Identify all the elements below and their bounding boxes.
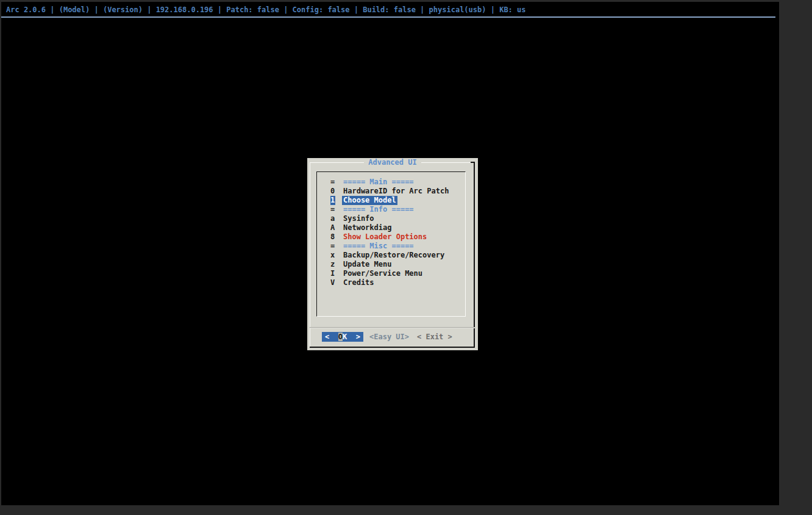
menu-item-key: 8 xyxy=(330,232,335,242)
menu-item-key: z xyxy=(330,260,335,269)
menu-list: ====== Main =====0HardwareID for Arc Pat… xyxy=(316,171,466,317)
menu-item-key: a xyxy=(330,214,335,223)
menu-item-label: Show Loader Options xyxy=(343,232,427,242)
menu-item-label: Update Menu xyxy=(343,260,391,269)
menu-item-key: x xyxy=(330,251,335,260)
ok-button-close-angle: > xyxy=(356,332,360,342)
menu-item-8[interactable]: xBackup/Restore/Recovery xyxy=(317,251,465,260)
menu-item-key: 0 xyxy=(330,187,335,196)
menu-item-label: ===== Info ===== xyxy=(343,205,414,214)
advanced-ui-dialog: Advanced UI ====== Main =====0HardwareID… xyxy=(307,158,478,350)
status-bar-divider xyxy=(1,16,775,18)
menu-item-1[interactable]: 0HardwareID for Arc Patch xyxy=(317,187,465,196)
menu-item-5[interactable]: ANetworkdiag xyxy=(317,223,465,232)
menu-item-label: Backup/Restore/Recovery xyxy=(343,251,444,260)
dialog-border-right xyxy=(474,162,475,348)
ok-button-label: OK xyxy=(338,332,347,342)
menu-item-key: V xyxy=(330,278,335,287)
menu-item-label: Networkdiag xyxy=(343,223,391,232)
menu-item-0[interactable]: ====== Main ===== xyxy=(317,178,465,187)
exit-button[interactable]: < Exit > xyxy=(417,332,452,342)
easy-ui-button[interactable]: <Easy UI> xyxy=(369,332,409,342)
menu-item-10[interactable]: IPower/Service Menu xyxy=(317,269,465,278)
ok-button-open-angle: < xyxy=(325,332,329,342)
menu-item-6[interactable]: 8Show Loader Options xyxy=(317,232,465,242)
menu-item-label: Credits xyxy=(343,278,374,287)
menu-item-2[interactable]: 1Choose Model xyxy=(317,196,465,205)
menu-item-key: = xyxy=(330,242,335,251)
button-row-divider xyxy=(310,327,475,328)
dialog-border-bottom xyxy=(310,347,475,348)
menu-item-3[interactable]: ====== Info ===== xyxy=(317,205,465,214)
menu-item-11[interactable]: VCredits xyxy=(317,278,465,287)
console-screen: Arc 2.0.6 | (Model) | (Version) | 192.16… xyxy=(1,2,779,505)
menu-item-label: Sysinfo xyxy=(343,214,374,223)
menu-item-label: ===== Misc ===== xyxy=(343,242,414,251)
menu-item-key: I xyxy=(330,269,335,278)
menu-item-key: = xyxy=(330,205,335,214)
menu-item-9[interactable]: zUpdate Menu xyxy=(317,260,465,269)
ok-button[interactable]: < OK > xyxy=(322,332,363,342)
menu-item-7[interactable]: ====== Misc ===== xyxy=(317,242,465,251)
menu-item-label: Choose Model xyxy=(342,196,397,205)
dialog-border-left xyxy=(310,162,310,348)
menu-item-label: ===== Main ===== xyxy=(343,178,414,187)
menu-item-label: HardwareID for Arc Patch xyxy=(343,187,449,196)
status-bar: Arc 2.0.6 | (Model) | (Version) | 192.16… xyxy=(6,4,526,15)
menu-item-key: 1 xyxy=(330,196,335,205)
menu-item-key: = xyxy=(330,178,335,187)
ok-button-cursor: O xyxy=(338,333,343,341)
menu-item-4[interactable]: aSysinfo xyxy=(317,214,465,223)
menu-item-key: A xyxy=(330,223,335,232)
dialog-title: Advanced UI xyxy=(307,158,478,167)
menu-item-label: Power/Service Menu xyxy=(343,269,422,278)
